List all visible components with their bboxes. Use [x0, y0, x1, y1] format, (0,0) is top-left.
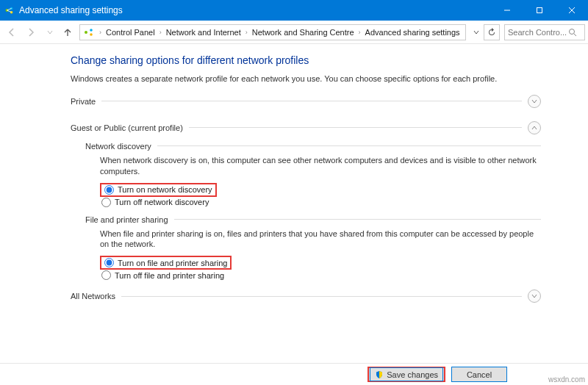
chevron-right-icon: › [243, 29, 251, 36]
chevron-up-icon[interactable] [528, 121, 541, 134]
chevron-right-icon: › [157, 29, 165, 36]
radio-input[interactable] [104, 258, 114, 267]
window-title: Advanced sharing settings [19, 5, 491, 15]
recent-dropdown-icon[interactable] [41, 24, 59, 41]
svg-rect-3 [537, 8, 542, 13]
cancel-button[interactable]: Cancel [451, 367, 507, 382]
radio-input[interactable] [101, 270, 111, 280]
radio-network-discovery-on[interactable]: Turn on network discovery [103, 184, 214, 195]
breadcrumb[interactable]: › Control Panel › Network and Internet ›… [79, 24, 466, 40]
chevron-right-icon: › [96, 29, 104, 36]
svg-point-5 [90, 29, 93, 32]
title-bar: Advanced sharing settings [0, 0, 588, 21]
subsection-label: File and printer sharing [85, 215, 168, 224]
section-private[interactable]: Private [71, 95, 541, 108]
chevron-right-icon: › [356, 29, 364, 36]
divider [157, 145, 541, 146]
search-icon [568, 28, 577, 37]
radio-label: Turn on network discovery [118, 185, 212, 194]
page-title: Change sharing options for different net… [71, 54, 541, 66]
section-label: All Networks [71, 292, 115, 301]
radio-file-sharing-on[interactable]: Turn on file and printer sharing [103, 257, 229, 268]
svg-point-4 [85, 31, 87, 34]
subsection-label: Network discovery [85, 142, 151, 151]
content-area: Change sharing options for different net… [0, 44, 588, 363]
radio-label: Turn on file and printer sharing [118, 259, 227, 267]
forward-button[interactable] [22, 24, 40, 41]
search-input[interactable] [508, 28, 568, 37]
up-button[interactable] [60, 24, 75, 41]
subsection-network-discovery: Network discovery When network discovery… [85, 142, 541, 208]
radio-input[interactable] [101, 198, 111, 207]
radio-label: Turn off file and printer sharing [115, 271, 224, 280]
button-label: Save changes [387, 370, 438, 379]
minimize-button[interactable] [491, 0, 523, 21]
chevron-down-icon[interactable] [528, 95, 541, 108]
save-changes-highlight: Save changes [368, 367, 445, 382]
subsection-description: When file and printer sharing is on, fil… [100, 229, 541, 251]
radio-label: Turn off network discovery [115, 198, 209, 206]
shield-icon [375, 370, 384, 379]
divider [101, 101, 522, 101]
app-icon [4, 5, 15, 15]
chevron-down-icon[interactable] [528, 289, 541, 303]
close-button[interactable] [556, 0, 588, 21]
breadcrumb-item[interactable]: Network and Internet [165, 28, 243, 37]
radio-input[interactable] [104, 185, 114, 195]
refresh-button[interactable] [484, 24, 500, 40]
search-box[interactable] [504, 24, 585, 40]
breadcrumb-item[interactable]: Network and Sharing Centre [251, 28, 356, 37]
back-button[interactable] [3, 24, 21, 41]
save-changes-button[interactable]: Save changes [370, 367, 443, 381]
subsection-description: When network discovery is on, this compu… [100, 155, 541, 177]
svg-point-6 [90, 33, 93, 36]
button-label: Cancel [467, 370, 492, 379]
page-description: Windows creates a separate network profi… [71, 73, 541, 84]
network-icon [83, 26, 95, 38]
radio-file-sharing-off[interactable]: Turn off file and printer sharing [100, 270, 541, 281]
maximize-button[interactable] [523, 0, 556, 21]
footer-bar: Save changes Cancel [0, 363, 588, 385]
highlight-box: Turn on network discovery [100, 183, 217, 197]
highlight-box: Turn on file and printer sharing [100, 256, 232, 270]
section-label: Guest or Public (current profile) [71, 123, 183, 132]
breadcrumb-item[interactable]: Control Panel [104, 28, 157, 37]
breadcrumb-dropdown-icon[interactable] [470, 24, 482, 41]
breadcrumb-item[interactable]: Advanced sharing settings [364, 28, 462, 37]
divider [121, 296, 522, 297]
radio-network-discovery-off[interactable]: Turn off network discovery [100, 197, 541, 208]
section-label: Private [71, 97, 96, 106]
subsection-file-printer-sharing: File and printer sharing When file and p… [85, 215, 541, 281]
section-guest-public[interactable]: Guest or Public (current profile) [71, 121, 541, 134]
watermark: wsxdn.com [548, 375, 585, 384]
section-all-networks[interactable]: All Networks [71, 289, 541, 303]
navigation-bar: › Control Panel › Network and Internet ›… [0, 21, 588, 44]
divider [174, 219, 541, 220]
divider [189, 127, 522, 128]
svg-point-7 [570, 29, 575, 34]
